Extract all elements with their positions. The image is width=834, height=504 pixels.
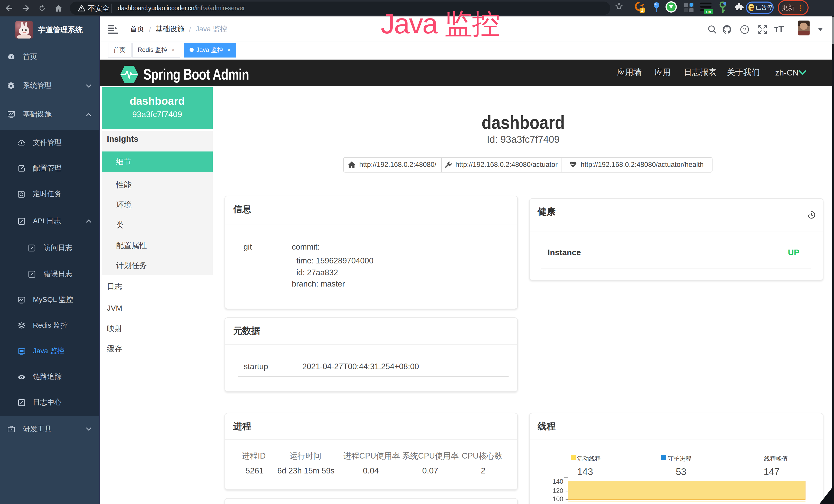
svg-text:on: on: [706, 9, 711, 14]
svg-text:?: ?: [743, 26, 746, 32]
svg-text:1: 1: [641, 8, 643, 13]
